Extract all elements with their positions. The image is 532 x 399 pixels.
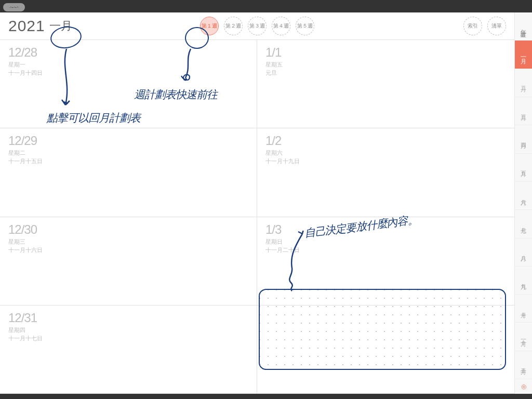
week-tab-2[interactable]: 第２週 [224, 17, 243, 35]
day-cell-0103[interactable]: 1/3 星期日 十一月二十日 [257, 217, 514, 305]
week-tab-4[interactable]: 第４週 [272, 17, 290, 35]
date-label: 1/1 [265, 45, 506, 60]
main-area: 2021 一月 第１週 第２週 第３週 第４週 第５週 索引 清單 12/28 … [0, 12, 514, 394]
sidebar-month-9[interactable]: 九月 [515, 267, 532, 295]
list-button[interactable]: 清單 [487, 17, 506, 35]
target-icon[interactable]: ◎ [515, 379, 532, 394]
sidebar-month-4[interactable]: 四月 [515, 125, 532, 153]
year-label[interactable]: 2021 [8, 17, 45, 35]
week-tab-1[interactable]: 第１週 [200, 17, 219, 35]
header-actions: 索引 清單 [463, 17, 506, 35]
week-grid: 12/28 星期一 十一月十四日 1/1 星期五 元旦 12/29 星期二 十一… [0, 39, 514, 394]
day-cell-0102[interactable]: 1/2 星期六 十一月十九日 [257, 128, 514, 217]
bottom-bar [0, 394, 532, 399]
sidebar-month-10[interactable]: 十月 [515, 295, 532, 323]
month-label[interactable]: 一月 [49, 18, 72, 34]
menu-tab-icon[interactable] [3, 3, 25, 11]
date-label: 12/31 [8, 311, 248, 325]
date-label: 1/2 [265, 134, 506, 148]
lunar-label: 十一月十六日 [8, 246, 248, 254]
weekday-label: 星期四 [8, 326, 248, 334]
week-tabs: 第１週 第２週 第３週 第４週 第５週 [200, 17, 314, 35]
day-cell-1230[interactable]: 12/30 星期三 十一月十六日 [0, 217, 257, 305]
notes-cell[interactable] [257, 305, 514, 394]
sidebar-year-plan[interactable]: 年計畫 [515, 12, 532, 41]
day-cell-1231[interactable]: 12/31 星期四 十一月十七日 [0, 305, 257, 394]
week-tab-3[interactable]: 第３週 [248, 17, 267, 35]
lunar-label: 十一月十九日 [265, 157, 506, 165]
sidebar-month-5[interactable]: 五月 [515, 154, 532, 182]
weekday-label: 星期一 [8, 61, 248, 69]
weekday-label: 星期五 [265, 61, 506, 69]
date-label: 12/28 [8, 45, 248, 60]
day-cell-1228[interactable]: 12/28 星期一 十一月十四日 [0, 40, 257, 128]
sidebar-month-11[interactable]: 十一月 [515, 323, 532, 351]
sidebar-month-2[interactable]: 二月 [515, 69, 532, 97]
weekday-label: 星期六 [265, 149, 506, 157]
date-label: 1/3 [265, 222, 506, 237]
header: 2021 一月 第１週 第２週 第３週 第４週 第５週 索引 清單 [0, 12, 514, 39]
lunar-label: 十一月二十日 [265, 246, 506, 254]
sidebar-month-8[interactable]: 八月 [515, 238, 532, 267]
sidebar-month-6[interactable]: 六月 [515, 182, 532, 210]
month-sidebar: 年計畫 一月 二月 三月 四月 五月 六月 七月 八月 九月 十月 十一月 十二… [514, 12, 532, 394]
day-cell-1229[interactable]: 12/29 星期二 十一月十五日 [0, 128, 257, 217]
date-label: 12/29 [8, 134, 248, 148]
lunar-label: 元旦 [265, 69, 506, 77]
planner-page: 2021 一月 第１週 第２週 第３週 第４週 第５週 索引 清單 12/28 … [0, 12, 532, 394]
index-button[interactable]: 索引 [463, 17, 482, 35]
weekday-label: 星期二 [8, 149, 248, 157]
day-cell-0101[interactable]: 1/1 星期五 元旦 [257, 40, 514, 128]
sidebar-month-7[interactable]: 七月 [515, 210, 532, 238]
lunar-label: 十一月十七日 [8, 335, 248, 342]
lunar-label: 十一月十五日 [8, 157, 248, 165]
sidebar-month-12[interactable]: 十二月 [515, 351, 532, 379]
date-label: 12/30 [8, 222, 248, 237]
lunar-label: 十一月十四日 [8, 69, 248, 77]
status-bar [0, 0, 532, 12]
weekday-label: 星期日 [265, 238, 506, 246]
sidebar-month-1[interactable]: 一月 [515, 41, 532, 69]
week-tab-5[interactable]: 第５週 [296, 17, 314, 35]
weekday-label: 星期三 [8, 238, 248, 246]
sidebar-month-3[interactable]: 三月 [515, 97, 532, 125]
